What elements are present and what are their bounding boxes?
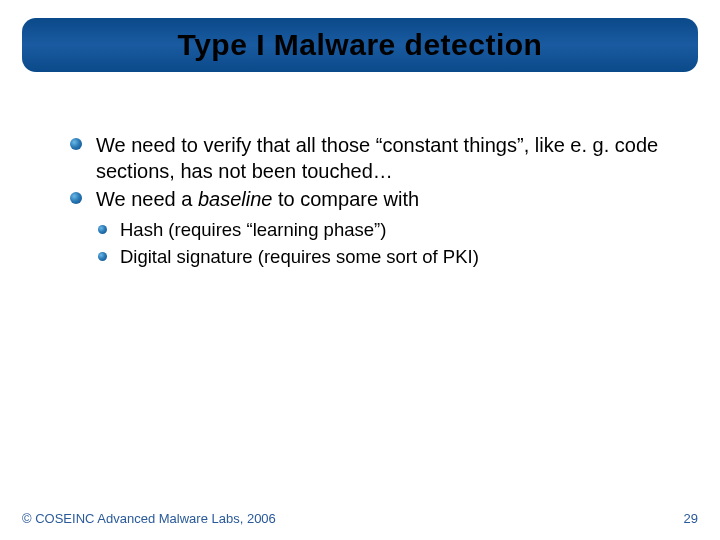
bullet-text-italic: baseline — [198, 188, 273, 210]
slide-title-bar: Type I Malware detection — [22, 18, 698, 72]
sub-bullet-list: Hash (requires “learning phase”) Digital… — [98, 218, 670, 270]
slide-title: Type I Malware detection — [42, 28, 678, 62]
slide-content: We need to verify that all those “consta… — [70, 132, 670, 270]
footer-page-number: 29 — [684, 511, 698, 526]
slide-footer: © COSEINC Advanced Malware Labs, 2006 29 — [22, 511, 698, 526]
main-bullet-list: We need to verify that all those “consta… — [70, 132, 670, 212]
bullet-text-suffix: to compare with — [272, 188, 419, 210]
bullet-text: We need to verify that all those “consta… — [96, 134, 658, 182]
footer-copyright: © COSEINC Advanced Malware Labs, 2006 — [22, 511, 276, 526]
bullet-item: We need to verify that all those “consta… — [70, 132, 670, 184]
bullet-item: We need a baseline to compare with — [70, 186, 670, 212]
sub-bullet-text: Digital signature (requires some sort of… — [120, 246, 479, 267]
sub-bullet-text: Hash (requires “learning phase”) — [120, 219, 386, 240]
sub-bullet-item: Digital signature (requires some sort of… — [98, 245, 670, 270]
bullet-text-prefix: We need a — [96, 188, 198, 210]
sub-bullet-item: Hash (requires “learning phase”) — [98, 218, 670, 243]
